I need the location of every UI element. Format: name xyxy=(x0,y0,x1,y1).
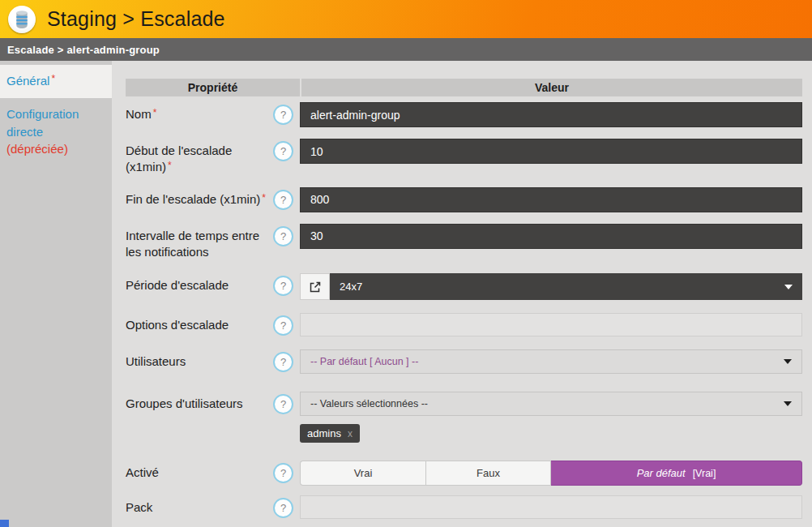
intervalle-input[interactable] xyxy=(300,224,802,249)
field-label: Options d'escalade xyxy=(126,313,273,333)
sidebar-item-general[interactable]: Général* xyxy=(0,65,112,98)
required-mark: * xyxy=(168,160,172,171)
form-row-periode: Période d'escalade ? 24x7 xyxy=(126,273,802,300)
form-row-utilisateurs: Utilisateurs ? -- Par défaut [ Aucun ] -… xyxy=(126,349,802,374)
groupes-select[interactable]: -- Valeurs sélectionnées -- xyxy=(300,392,802,416)
form-row-active: Activé ? Vrai Faux Par défaut [Vrai] xyxy=(126,461,802,486)
field-label: Activé xyxy=(126,461,273,481)
field-label: Nom* xyxy=(126,102,273,122)
periode-select[interactable]: 24x7 xyxy=(330,273,802,300)
selected-value: -- Par défaut [ Aucun ] -- xyxy=(310,356,418,367)
page-title: Staging > Escalade xyxy=(47,7,225,31)
par-defaut-value: [Vrai] xyxy=(693,468,716,479)
field-label: Début de l'escalade (x1min)* xyxy=(126,139,273,176)
required-mark: * xyxy=(262,192,266,204)
field-label: Pack xyxy=(126,495,273,516)
help-icon[interactable]: ? xyxy=(273,394,293,414)
help-icon[interactable]: ? xyxy=(273,141,293,161)
field-label: Période d'escalade xyxy=(126,273,273,293)
faux-button[interactable]: Faux xyxy=(425,461,551,486)
form-row-debut-escalade: Début de l'escalade (x1min)* ? xyxy=(126,139,802,176)
help-icon[interactable]: ? xyxy=(273,498,293,518)
deprecated-note: (dépréciée) xyxy=(6,142,68,156)
required-mark: * xyxy=(51,73,55,84)
par-defaut-button[interactable]: Par défaut [Vrai] xyxy=(551,461,802,486)
fin-escalade-input[interactable] xyxy=(300,187,802,212)
help-icon[interactable]: ? xyxy=(273,463,293,483)
help-icon[interactable]: ? xyxy=(273,276,293,296)
selected-value: -- Valeurs sélectionnées -- xyxy=(310,398,428,409)
debut-escalade-input[interactable] xyxy=(300,139,802,164)
vrai-button[interactable]: Vrai xyxy=(300,461,425,486)
tag-label: admins xyxy=(307,427,341,439)
column-header-property: Propriété xyxy=(126,79,300,96)
par-defaut-label: Par défaut xyxy=(637,467,686,479)
chevron-down-icon xyxy=(784,359,792,364)
column-header-value: Valeur xyxy=(301,79,802,96)
field-label: Intervalle de temps entre les notificati… xyxy=(126,224,273,261)
external-link-icon xyxy=(310,281,321,293)
help-icon[interactable]: ? xyxy=(273,226,293,246)
form-panel: Propriété Valeur Nom* ? Début de l'escal… xyxy=(112,61,812,527)
label-text: Fin de l'escalade (x1min) xyxy=(126,192,260,206)
form-row-fin-escalade: Fin de l'escalade (x1min)* ? xyxy=(126,187,802,212)
pack-input[interactable] xyxy=(300,495,802,519)
database-icon xyxy=(8,6,36,33)
help-icon[interactable]: ? xyxy=(273,105,293,125)
help-icon[interactable]: ? xyxy=(273,190,293,210)
help-icon[interactable]: ? xyxy=(273,315,293,336)
help-icon[interactable]: ? xyxy=(273,352,293,372)
field-label: Utilisateurs xyxy=(126,349,273,370)
field-label: Fin de l'escalade (x1min)* xyxy=(126,187,273,208)
utilisateurs-select[interactable]: -- Par défaut [ Aucun ] -- xyxy=(300,349,802,374)
form-row-options: Options d'escalade ? xyxy=(126,313,802,336)
form-row-nom: Nom* ? xyxy=(126,102,802,127)
table-header: Propriété Valeur xyxy=(126,79,802,96)
form-row-pack: Pack ? xyxy=(126,495,802,519)
form-row-groupes: Groupes d'utilisateurs ? -- Valeurs séle… xyxy=(126,392,802,443)
sidebar: Général* Configuration directe (déprécié… xyxy=(0,61,112,527)
selected-value: 24x7 xyxy=(340,281,362,293)
nom-input[interactable] xyxy=(300,102,802,127)
label-text: Nom xyxy=(126,107,152,121)
field-label: Groupes d'utilisateurs xyxy=(126,392,273,412)
app-header: Staging > Escalade xyxy=(0,0,812,38)
options-input[interactable] xyxy=(300,313,802,336)
tag-admins[interactable]: admins x xyxy=(300,424,360,443)
open-periode-button[interactable] xyxy=(300,273,330,300)
footer-logo-fragment xyxy=(0,520,9,527)
sidebar-item-label: Général xyxy=(6,74,49,88)
required-mark: * xyxy=(153,107,157,118)
label-text: Début de l'escalade (x1min) xyxy=(126,144,232,174)
sidebar-item-label: Configuration directe xyxy=(6,107,79,139)
breadcrumb: Escalade > alert-admin-group xyxy=(0,38,812,61)
form-row-intervalle: Intervalle de temps entre les notificati… xyxy=(126,224,802,261)
chevron-down-icon xyxy=(784,401,792,406)
boolean-toggle-group: Vrai Faux Par défaut [Vrai] xyxy=(300,461,802,486)
chevron-down-icon xyxy=(784,285,793,289)
remove-tag-icon[interactable]: x xyxy=(348,428,353,439)
sidebar-item-configuration-directe[interactable]: Configuration directe (dépréciée) xyxy=(0,98,112,166)
